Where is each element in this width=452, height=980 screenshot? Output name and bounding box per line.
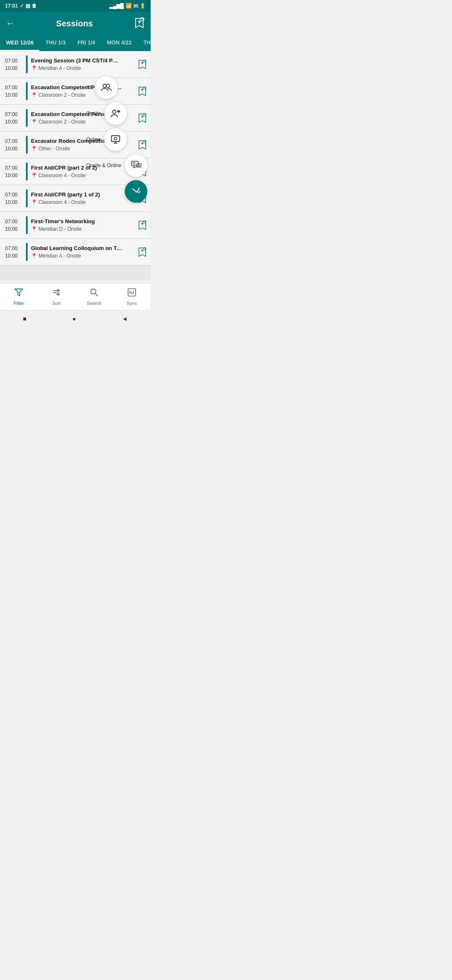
- session-location: 📍 Meridian D - Onsite: [31, 226, 136, 232]
- nav-sync-label: Sync: [127, 301, 137, 306]
- session-bar: [26, 162, 28, 181]
- list-item[interactable]: 07:00 10:00 First-Timer's Networking 📍 M…: [0, 212, 151, 239]
- session-time: 07:00 10:00: [5, 109, 23, 127]
- svg-point-45: [91, 289, 96, 294]
- session-time: 07:00 10:00: [5, 136, 23, 154]
- session-time: 07:00 10:00: [5, 162, 23, 181]
- session-list-wrapper: 07:00 10:00 Evening Session (3 PM CST/4 …: [0, 51, 151, 281]
- session-bar: [26, 55, 28, 73]
- nav-sort[interactable]: Sort: [38, 284, 75, 310]
- session-content: Excavation Competent Person (p… 📍 Classr…: [31, 109, 136, 127]
- list-item[interactable]: 07:00 10:00 Evening Session (3 PM CST/4 …: [0, 51, 151, 78]
- android-back-button[interactable]: ◄: [122, 315, 128, 322]
- session-bookmark-button[interactable]: [138, 82, 146, 100]
- location-pin-icon: 📍: [31, 253, 37, 259]
- date-tab-bar: WED 12/26 THU 1/3 FRI 1/4 MON 4/22 THU 6…: [0, 35, 151, 51]
- tab-mon-422[interactable]: MON 4/22: [101, 35, 138, 51]
- status-bar: 17:01 ✓ ▤ 🗑 ▂▄▆█ 📶 95 🔋: [0, 0, 151, 12]
- status-check-icon: ✓: [20, 3, 24, 9]
- status-left: 17:01 ✓ ▤ 🗑: [5, 3, 37, 9]
- svg-line-46: [95, 294, 98, 296]
- session-location: 📍 Meridian A - Onsite: [31, 65, 136, 71]
- session-time: 07:00 10:00: [5, 216, 23, 234]
- session-bar: [26, 243, 28, 261]
- session-location: 📍 Classroom 2 - Onsite: [31, 92, 136, 98]
- session-title: Global Learning Colloquium on T…: [31, 245, 136, 252]
- page-title: Sessions: [56, 19, 93, 28]
- session-time: 07:00 10:00: [5, 82, 23, 100]
- session-bar: [26, 136, 28, 154]
- status-right: ▂▄▆█ 📶 95 🔋: [109, 3, 146, 9]
- list-item[interactable]: 07:00 10:00 First Aid/CPR (part 2 of 2) …: [0, 158, 151, 185]
- location-pin-icon: 📍: [31, 173, 37, 178]
- android-home-button[interactable]: ●: [72, 315, 76, 322]
- list-item[interactable]: 07:00 10:00 First Aid/CPR (party 1 of 2)…: [0, 185, 151, 212]
- list-item[interactable]: 07:00 10:00 Excavation Competent Person …: [0, 105, 151, 132]
- list-item[interactable]: 07:00 10:00 Excavator Rodeo Competition …: [0, 132, 151, 158]
- list-item[interactable]: 07:00 10:00 Global Learning Colloquium o…: [0, 239, 151, 266]
- svg-marker-41: [15, 289, 23, 296]
- session-bookmark-button[interactable]: [138, 55, 146, 73]
- search-icon: [90, 288, 99, 299]
- session-location: 📍 Classroom 4 - Onsite: [31, 173, 136, 178]
- location-pin-icon: 📍: [31, 146, 37, 152]
- session-title: Excavator Rodeo Competition: [31, 138, 136, 145]
- session-bar: [26, 109, 28, 127]
- bottom-nav: Filter Sort Search: [0, 283, 151, 310]
- sort-icon: [52, 288, 61, 299]
- session-content: First Aid/CPR (party 1 of 2) 📍 Classroom…: [31, 189, 136, 207]
- session-bookmark-button[interactable]: [138, 109, 146, 127]
- session-time: 07:00 10:00: [5, 243, 23, 261]
- location-pin-icon: 📍: [31, 226, 37, 232]
- session-content: Global Learning Colloquium on T… 📍 Merid…: [31, 243, 136, 261]
- tab-thu-62[interactable]: THU 6/2: [138, 35, 151, 51]
- session-title: Evening Session (3 PM CST/4 P…: [31, 57, 136, 64]
- status-trash-icon: 🗑: [32, 3, 37, 9]
- app-header: ← Sessions: [0, 12, 151, 35]
- session-list: 07:00 10:00 Evening Session (3 PM CST/4 …: [0, 51, 151, 281]
- session-title: Excavation Competent Person (p…: [31, 111, 136, 118]
- sync-icon: [127, 288, 136, 299]
- session-location: 📍 Meridian A - Onsite: [31, 253, 136, 259]
- wifi-icon: 📶: [126, 3, 132, 9]
- nav-search[interactable]: Search: [75, 284, 113, 310]
- session-title: First-Timer's Networking: [31, 218, 136, 225]
- session-bar: [26, 216, 28, 234]
- nav-sort-label: Sort: [52, 301, 61, 306]
- status-clipboard-icon: ▤: [26, 3, 30, 9]
- session-location: 📍 Classroom 4 - Onsite: [31, 199, 136, 205]
- nav-filter[interactable]: Filter: [0, 284, 38, 310]
- session-title: Excavation Competent Person (p…: [31, 84, 136, 91]
- battery-icon: 95 🔋: [134, 3, 146, 9]
- session-time: 07:00 10:00: [5, 55, 23, 73]
- tab-thu-13[interactable]: THU 1/3: [39, 35, 71, 51]
- session-location: 📍 Other - Onsite: [31, 146, 136, 152]
- tab-wed-1226[interactable]: WED 12/26: [0, 35, 39, 51]
- session-location: 📍 Classroom 2 - Onsite: [31, 119, 136, 125]
- list-item[interactable]: 07:00 10:00 Excavation Competent Person …: [0, 78, 151, 105]
- session-time: 07:00 10:00: [5, 189, 23, 207]
- android-nav-bar: ■ ● ◄: [0, 310, 151, 327]
- back-button[interactable]: ←: [6, 18, 15, 29]
- session-bookmark-button[interactable]: [138, 162, 146, 181]
- session-title: First Aid/CPR (part 2 of 2): [31, 165, 136, 172]
- status-time: 17:01: [5, 3, 18, 9]
- nav-sync[interactable]: Sync: [113, 284, 151, 310]
- svg-rect-47: [128, 289, 136, 296]
- filter-icon: [14, 288, 23, 299]
- location-pin-icon: 📍: [31, 92, 37, 98]
- session-bookmark-button[interactable]: [138, 136, 146, 154]
- session-content: Excavation Competent Person (p… 📍 Classr…: [31, 82, 136, 100]
- add-bookmark-button[interactable]: [134, 17, 145, 31]
- location-pin-icon: 📍: [31, 65, 37, 71]
- session-bookmark-button[interactable]: [138, 189, 146, 207]
- session-bookmark-button[interactable]: [138, 216, 146, 234]
- session-bar: [26, 82, 28, 100]
- session-content: First-Timer's Networking 📍 Meridian D - …: [31, 216, 136, 234]
- android-recent-button[interactable]: ■: [23, 315, 26, 322]
- nav-filter-label: Filter: [14, 301, 24, 306]
- location-pin-icon: 📍: [31, 199, 37, 205]
- session-bookmark-button[interactable]: [138, 243, 146, 261]
- location-pin-icon: 📍: [31, 119, 37, 125]
- tab-fri-14[interactable]: FRI 1/4: [72, 35, 101, 51]
